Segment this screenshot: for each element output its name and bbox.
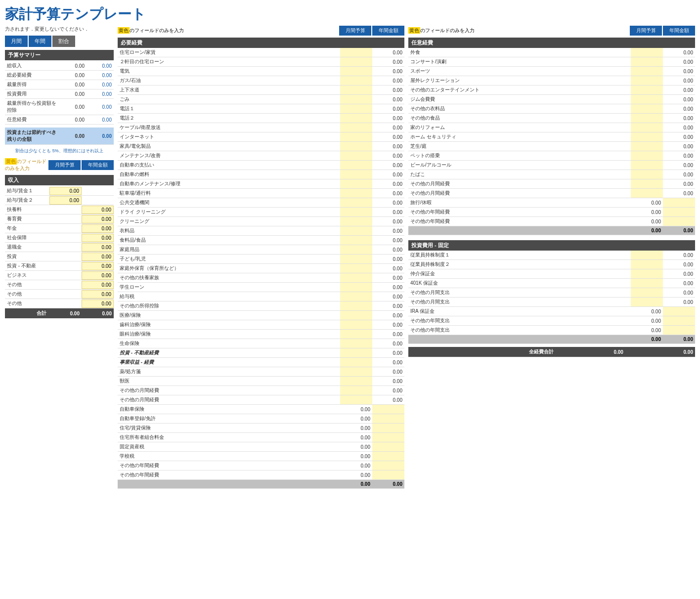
expense-monthly-13[interactable]: [631, 170, 663, 179]
expense-monthly-9[interactable]: [631, 132, 663, 142]
income-cell-annual-3[interactable]: 0.00: [82, 215, 114, 223]
expense-monthly-21[interactable]: [340, 245, 372, 255]
expense-annual-42[interactable]: [372, 442, 404, 452]
expense-monthly-9[interactable]: [340, 132, 372, 142]
expense-monthly-22[interactable]: [340, 255, 372, 264]
expense-annual-6[interactable]: [663, 307, 695, 316]
expense-label-17: ドライ クリーニング: [118, 208, 340, 217]
income-cell-annual-9[interactable]: 0.00: [82, 271, 114, 280]
expense-monthly-12[interactable]: [631, 161, 663, 170]
expense-monthly-1[interactable]: [631, 57, 663, 67]
expense-monthly-27[interactable]: [340, 301, 372, 311]
expense-annual-18[interactable]: [663, 217, 695, 226]
expense-monthly-15[interactable]: [340, 189, 372, 198]
expense-monthly-1[interactable]: [631, 260, 663, 269]
expense-monthly-2[interactable]: [631, 67, 663, 76]
expense-annual-39[interactable]: [372, 414, 404, 424]
expense-monthly-3[interactable]: [631, 76, 663, 86]
expense-monthly-34[interactable]: [340, 367, 372, 377]
expense-monthly-1[interactable]: [340, 57, 372, 67]
expense-monthly-20[interactable]: [340, 236, 372, 245]
expense-monthly-10[interactable]: [631, 142, 663, 151]
income-cell-monthly-1[interactable]: 0.00: [49, 196, 82, 205]
expense-label-13: たばこ: [408, 170, 631, 179]
expense-annual-12: 0.00: [663, 161, 695, 170]
expense-annual-7[interactable]: [663, 316, 695, 326]
expense-monthly-14[interactable]: [340, 179, 372, 189]
expense-monthly-8[interactable]: [340, 123, 372, 132]
expense-monthly-11[interactable]: [631, 151, 663, 161]
expense-monthly-29[interactable]: [340, 320, 372, 330]
income-cell-annual-10[interactable]: 0.00: [82, 281, 114, 289]
expense-monthly-3[interactable]: [340, 76, 372, 86]
expense-monthly-31[interactable]: [340, 339, 372, 348]
expense-monthly-24[interactable]: [340, 273, 372, 283]
expense-monthly-26[interactable]: [340, 292, 372, 301]
expense-row-12: 自動車の支払い 0.00: [118, 161, 404, 170]
expense-monthly-5[interactable]: [631, 95, 663, 104]
expense-monthly-4[interactable]: [631, 86, 663, 95]
expense-monthly-28[interactable]: [340, 311, 372, 320]
expense-monthly-35[interactable]: [340, 377, 372, 386]
tab-monthly[interactable]: 月間: [5, 36, 28, 47]
expense-monthly-11[interactable]: [340, 151, 372, 161]
expense-monthly-14[interactable]: [631, 179, 663, 189]
income-cell-annual-12[interactable]: 0.00: [82, 300, 114, 308]
expense-monthly-18[interactable]: [340, 217, 372, 226]
income-cell-annual-6[interactable]: 0.00: [82, 243, 114, 252]
expense-monthly-8[interactable]: [631, 123, 663, 132]
expense-monthly-4[interactable]: [631, 288, 663, 298]
expense-monthly-7[interactable]: [340, 114, 372, 123]
expense-annual-43[interactable]: [372, 452, 404, 461]
expense-monthly-5[interactable]: [631, 298, 663, 307]
expense-monthly-17[interactable]: [340, 208, 372, 217]
tab-annual[interactable]: 年間: [29, 36, 51, 47]
expense-monthly-7[interactable]: [631, 114, 663, 123]
expense-monthly-13[interactable]: [340, 170, 372, 179]
expense-annual-8[interactable]: [663, 326, 695, 335]
expense-monthly-7: 0.00: [631, 316, 663, 326]
expense-annual-17[interactable]: [663, 208, 695, 217]
necessary-col-monthly: 月間予算: [339, 26, 371, 36]
expense-monthly-10[interactable]: [340, 142, 372, 151]
expense-monthly-12[interactable]: [340, 161, 372, 170]
income-cell-annual-7[interactable]: 0.00: [82, 253, 114, 261]
expense-monthly-6[interactable]: [340, 104, 372, 114]
expense-monthly-25[interactable]: [340, 283, 372, 292]
income-cell-annual-8[interactable]: 0.00: [82, 262, 114, 270]
income-cell-monthly-0[interactable]: 0.00: [49, 187, 82, 195]
expense-annual-40[interactable]: [372, 424, 404, 433]
expense-annual-44[interactable]: [372, 461, 404, 471]
tab-ratio[interactable]: 割合: [52, 36, 75, 47]
expense-monthly-6[interactable]: [631, 104, 663, 114]
expense-monthly-19[interactable]: [340, 226, 372, 236]
expense-monthly-4[interactable]: [340, 86, 372, 95]
income-cell-annual-11[interactable]: 0.00: [82, 290, 114, 299]
income-cell-annual-5[interactable]: 0.00: [82, 234, 114, 242]
expense-row-5: ジム会費費 0.00: [408, 95, 695, 104]
expense-monthly-5[interactable]: [340, 95, 372, 104]
expense-monthly-2[interactable]: [340, 67, 372, 76]
expense-monthly-37[interactable]: [340, 395, 372, 405]
expense-monthly-30[interactable]: [340, 330, 372, 339]
expense-annual-38[interactable]: [372, 405, 404, 414]
expense-monthly-33[interactable]: [340, 358, 372, 367]
income-cell-annual-1: [82, 199, 114, 201]
income-cell-annual-2[interactable]: 0.00: [82, 206, 114, 214]
expense-monthly-0[interactable]: [631, 48, 663, 57]
expense-monthly-43: 0.00: [340, 452, 372, 461]
expense-monthly-2[interactable]: [631, 269, 663, 279]
income-cell-annual-4[interactable]: 0.00: [82, 224, 114, 233]
expense-monthly-16[interactable]: [340, 198, 372, 208]
expense-monthly-32[interactable]: [340, 348, 372, 358]
expense-label-11: メンテナンス/改善: [118, 151, 340, 161]
expense-annual-41[interactable]: [372, 433, 404, 442]
expense-annual-16[interactable]: [663, 198, 695, 208]
expense-monthly-3[interactable]: [631, 279, 663, 288]
expense-monthly-0[interactable]: [631, 251, 663, 260]
expense-monthly-36[interactable]: [340, 386, 372, 395]
expense-monthly-0[interactable]: [340, 48, 372, 57]
expense-monthly-23[interactable]: [340, 264, 372, 273]
expense-annual-45[interactable]: [372, 471, 404, 480]
expense-monthly-15[interactable]: [631, 189, 663, 198]
